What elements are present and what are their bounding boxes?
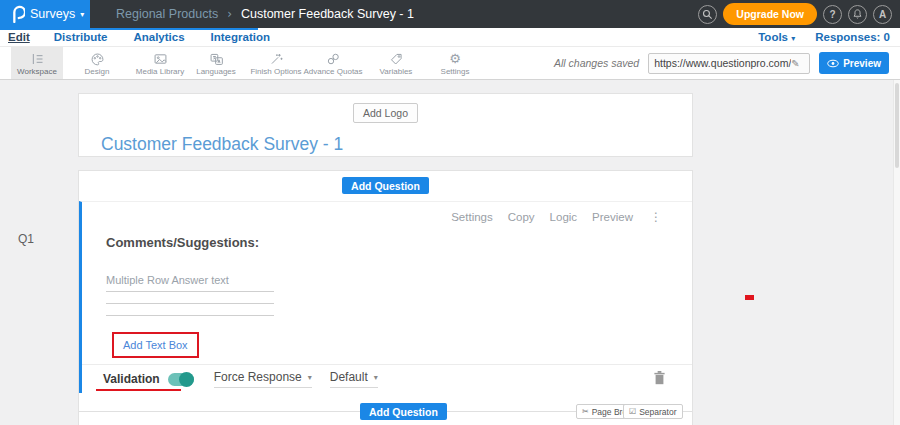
image-icon bbox=[153, 51, 168, 66]
palette-icon bbox=[90, 51, 105, 66]
scrollbar-thumb[interactable] bbox=[895, 83, 899, 168]
tab-analytics[interactable]: Analytics bbox=[133, 31, 184, 43]
breadcrumb-separator: › bbox=[227, 7, 232, 21]
question-actions: Settings Copy Logic Preview ⋮ bbox=[451, 210, 662, 224]
toolbar-item-design[interactable]: Design bbox=[72, 47, 122, 79]
survey-url-box: ✎ bbox=[648, 53, 810, 74]
trash-icon bbox=[653, 370, 666, 385]
translate-icon bbox=[209, 51, 224, 66]
answer-row-line[interactable] bbox=[106, 292, 274, 304]
default-dropdown[interactable]: Default ▾ bbox=[330, 370, 378, 388]
wand-icon bbox=[269, 51, 284, 66]
breadcrumb: Regional Products › Customer Feedback Su… bbox=[116, 7, 414, 21]
search-button[interactable] bbox=[698, 5, 717, 24]
product-label: Surveys bbox=[30, 7, 75, 21]
toggle-knob bbox=[179, 372, 194, 387]
surveys-product-menu[interactable]: Surveys ▾ bbox=[0, 0, 90, 28]
edit-url-pencil-icon[interactable]: ✎ bbox=[791, 58, 803, 69]
validation-label: Validation bbox=[103, 372, 160, 386]
eye-icon bbox=[827, 59, 839, 68]
top-bar: Surveys ▾ Regional Products › Customer F… bbox=[0, 0, 900, 28]
breadcrumb-folder[interactable]: Regional Products bbox=[116, 7, 218, 21]
question-block: Settings Copy Logic Preview ⋮ Comments/S… bbox=[79, 201, 692, 393]
toolbar-item-advance-quotas[interactable]: Advance Quotas bbox=[303, 47, 363, 79]
between-questions-row: Add Question ✂ Page Break ☑ Separator bbox=[79, 393, 692, 425]
workspace-canvas: Q1 Add Logo Customer Feedback Survey - 1… bbox=[0, 80, 900, 425]
nav-right: Tools ▾ Responses: 0 bbox=[758, 31, 900, 43]
responses-count[interactable]: Responses: 0 bbox=[815, 31, 890, 43]
add-question-button-top[interactable]: Add Question bbox=[342, 177, 429, 194]
answer-textarea-placeholder[interactable]: Multiple Row Answer text bbox=[106, 275, 692, 286]
question-card: Add Question Settings Copy Logic Preview… bbox=[78, 170, 693, 425]
kebab-menu-icon[interactable]: ⋮ bbox=[650, 210, 662, 224]
edit-toolbar: Workspace Design Media Library Languages… bbox=[0, 47, 900, 80]
toolbar-item-settings[interactable]: ⚙ Settings bbox=[428, 47, 482, 79]
links-icon bbox=[326, 51, 341, 66]
questionpro-logo-icon bbox=[9, 5, 25, 23]
checkbox-checked-icon: ☑ bbox=[629, 407, 636, 416]
delete-question-button[interactable] bbox=[653, 370, 666, 388]
survey-url-input[interactable] bbox=[649, 57, 791, 69]
tag-icon bbox=[389, 51, 404, 66]
loading-progress-bar bbox=[0, 28, 258, 30]
tab-distribute[interactable]: Distribute bbox=[54, 31, 108, 43]
toolbar-item-finish-options[interactable]: Finish Options bbox=[249, 47, 303, 79]
tab-integration[interactable]: Integration bbox=[211, 31, 270, 43]
upgrade-now-button[interactable]: Upgrade Now bbox=[723, 3, 817, 25]
annotation-mark bbox=[745, 295, 754, 300]
validation-toggle[interactable] bbox=[168, 373, 194, 386]
chevron-down-icon: ▾ bbox=[374, 373, 378, 382]
account-avatar[interactable]: A bbox=[873, 5, 892, 24]
gear-icon: ⚙ bbox=[449, 51, 461, 66]
force-response-dropdown[interactable]: Force Response ▾ bbox=[214, 370, 312, 388]
tab-edit[interactable]: Edit bbox=[8, 31, 30, 43]
preview-button[interactable]: Preview bbox=[819, 52, 889, 74]
question-preview-link[interactable]: Preview bbox=[592, 211, 633, 223]
toolbar-item-languages[interactable]: Languages bbox=[189, 47, 243, 79]
question-number-label: Q1 bbox=[18, 232, 34, 246]
question-footer: Validation Force Response ▾ Default ▾ bbox=[82, 364, 692, 393]
chevron-down-icon: ▾ bbox=[791, 34, 795, 43]
section-nav: Edit Distribute Analytics Integration To… bbox=[0, 28, 900, 47]
toolbar-item-workspace[interactable]: Workspace bbox=[11, 47, 63, 79]
toolbar-item-media-library[interactable]: Media Library bbox=[131, 47, 189, 79]
chevron-down-icon: ▾ bbox=[308, 373, 312, 382]
bell-icon bbox=[852, 8, 863, 20]
topbar-actions: Upgrade Now ? A bbox=[698, 3, 900, 25]
validation-annotation bbox=[96, 389, 181, 391]
answer-row-line[interactable] bbox=[106, 304, 274, 316]
toolbar-item-variables[interactable]: Variables bbox=[368, 47, 424, 79]
scissors-icon: ✂ bbox=[582, 407, 589, 416]
survey-header-card: Add Logo Customer Feedback Survey - 1 bbox=[78, 93, 693, 157]
save-status-text: All changes saved bbox=[554, 57, 639, 69]
survey-title[interactable]: Customer Feedback Survey - 1 bbox=[101, 134, 692, 155]
add-text-box-button[interactable]: Add Text Box bbox=[114, 334, 197, 356]
question-settings-link[interactable]: Settings bbox=[451, 211, 493, 223]
toolbar-right: All changes saved ✎ Preview bbox=[554, 47, 900, 79]
question-logic-link[interactable]: Logic bbox=[550, 211, 578, 223]
add-question-button-bottom[interactable]: Add Question bbox=[360, 403, 447, 420]
help-button[interactable]: ? bbox=[823, 5, 842, 24]
workspace-icon bbox=[30, 51, 45, 66]
notifications-button[interactable] bbox=[848, 5, 867, 24]
add-logo-button[interactable]: Add Logo bbox=[353, 103, 418, 123]
question-copy-link[interactable]: Copy bbox=[508, 211, 535, 223]
separator-button[interactable]: ☑ Separator bbox=[623, 404, 683, 419]
tools-menu[interactable]: Tools ▾ bbox=[758, 31, 795, 43]
vertical-scrollbar bbox=[893, 80, 900, 425]
chevron-down-icon: ▾ bbox=[80, 10, 84, 19]
add-text-box-annotation: Add Text Box bbox=[112, 332, 199, 358]
breadcrumb-current-survey: Customer Feedback Survey - 1 bbox=[241, 7, 414, 21]
